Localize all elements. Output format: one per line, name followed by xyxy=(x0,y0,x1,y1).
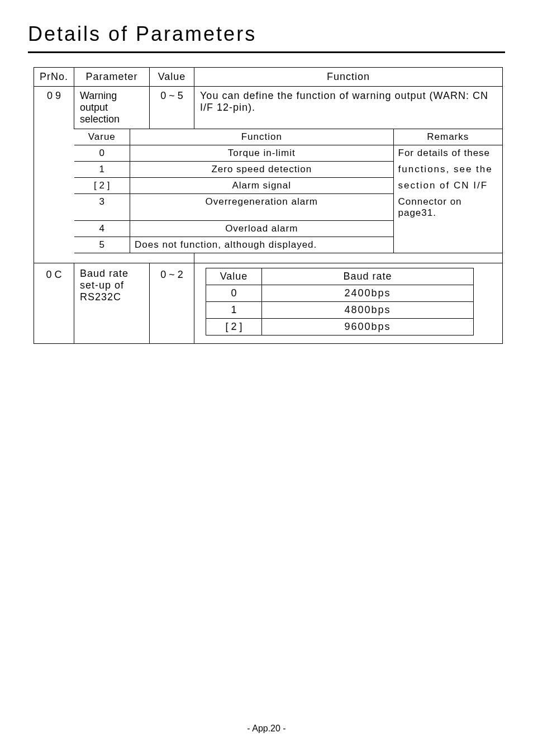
nested-row-1: 1 Zero speed detection functions, see th… xyxy=(74,162,502,178)
baud-val-2: [ 2 ] xyxy=(206,319,262,336)
cell-prno-0C: 0 C xyxy=(34,263,74,344)
nested-header-row: Varue Function Remarks xyxy=(74,129,502,145)
header-prno: PrNo. xyxy=(34,68,74,87)
cell-function-0C: Value Baud rate 0 2400bps 1 4800bps [ 2 … xyxy=(194,263,503,344)
table-row-09: 0 9 Warning output selection 0 ~ 5 You c… xyxy=(34,87,503,129)
spacer-left xyxy=(34,253,74,263)
page-footer: - App.20 - xyxy=(0,724,533,734)
cell-nested-warning: Varue Function Remarks 0 Torque in-limit… xyxy=(74,129,503,253)
nested-func-4: Overload alarm xyxy=(130,221,393,237)
nested-val-4: 4 xyxy=(74,221,130,237)
page-title: Details of Parameters xyxy=(28,22,505,53)
header-function: Function xyxy=(194,68,503,87)
spacer-mid2 xyxy=(150,253,194,263)
header-parameter: Parameter xyxy=(74,68,150,87)
baud-row-2: [ 2 ] 9600bps xyxy=(206,319,474,336)
nested-val-1: 1 xyxy=(74,162,130,178)
parameters-table: PrNo. Parameter Value Function 0 9 Warni… xyxy=(34,67,503,344)
nested-remarks-empty-4 xyxy=(393,221,502,237)
spacer-row xyxy=(34,253,503,263)
baud-rate-0: 2400bps xyxy=(262,285,474,302)
cell-value-09: 0 ~ 5 xyxy=(150,87,194,129)
nested-func-0: Torque in-limit xyxy=(130,145,393,162)
baud-header-rate: Baud rate xyxy=(262,268,474,285)
nested-val-3: 3 xyxy=(74,194,130,221)
nested-remarks-empty-5 xyxy=(393,237,502,253)
baud-header-row: Value Baud rate xyxy=(206,268,474,285)
spacer-right xyxy=(194,253,503,263)
nested-row-3: 3 Overregeneration alarm Connector on pa… xyxy=(74,194,502,221)
nested-remarks-1: functions, see the xyxy=(393,162,502,178)
baud-rate-1: 4800bps xyxy=(262,302,474,319)
nested-header-function: Function xyxy=(130,129,393,145)
nested-remarks-2: section of CN I/F xyxy=(393,178,502,194)
baud-val-0: 0 xyxy=(206,285,262,302)
baud-val-1: 1 xyxy=(206,302,262,319)
baud-rate-table: Value Baud rate 0 2400bps 1 4800bps [ 2 … xyxy=(206,268,474,336)
param-line3: RS232C xyxy=(80,291,121,303)
nested-val-2: [ 2 ] xyxy=(74,178,130,194)
nested-row-5: 5 Does not function, although displayed. xyxy=(74,237,502,253)
cell-parameter-0C: Baud rate set-up of RS232C xyxy=(74,263,150,344)
nested-remarks-0: For details of these xyxy=(393,145,502,162)
nested-row-2: [ 2 ] Alarm signal section of CN I/F xyxy=(74,178,502,194)
warning-output-table: Varue Function Remarks 0 Torque in-limit… xyxy=(74,129,502,253)
param-line1: Baud rate xyxy=(80,268,129,279)
nested-row-4: 4 Overload alarm xyxy=(74,221,502,237)
param-line2: set-up of xyxy=(80,280,124,291)
spacer-mid1 xyxy=(74,253,150,263)
baud-row-0: 0 2400bps xyxy=(206,285,474,302)
baud-rate-2: 9600bps xyxy=(262,319,474,336)
nested-func-2: Alarm signal xyxy=(130,178,393,194)
header-value: Value xyxy=(150,68,194,87)
nested-remarks-3: Connector on page31. xyxy=(393,194,502,221)
nested-header-remarks: Remarks xyxy=(393,129,502,145)
nested-header-varue: Varue xyxy=(74,129,130,145)
cell-empty-left xyxy=(34,129,74,253)
nested-val-0: 0 xyxy=(74,145,130,162)
table-header-row: PrNo. Parameter Value Function xyxy=(34,68,503,87)
table-row-0C: 0 C Baud rate set-up of RS232C 0 ~ 2 Val… xyxy=(34,263,503,344)
cell-function-09: You can define the function of warning o… xyxy=(194,87,503,129)
cell-prno-09: 0 9 xyxy=(34,87,74,129)
nested-func-5: Does not function, although displayed. xyxy=(130,237,393,253)
baud-row-1: 1 4800bps xyxy=(206,302,474,319)
cell-value-0C: 0 ~ 2 xyxy=(150,263,194,344)
table-row-09-nested: Varue Function Remarks 0 Torque in-limit… xyxy=(34,129,503,253)
nested-row-0: 0 Torque in-limit For details of these xyxy=(74,145,502,162)
nested-val-5: 5 xyxy=(74,237,130,253)
nested-func-3: Overregeneration alarm xyxy=(130,194,393,221)
baud-header-value: Value xyxy=(206,268,262,285)
nested-func-1: Zero speed detection xyxy=(130,162,393,178)
cell-parameter-09: Warning output selection xyxy=(74,87,150,129)
